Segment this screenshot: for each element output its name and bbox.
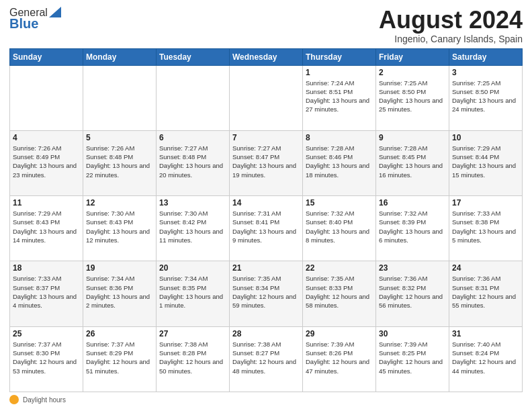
day-number: 31 — [452, 329, 519, 338]
day-number: 17 — [452, 198, 519, 208]
col-monday: Monday — [83, 48, 157, 65]
day-info: Sunrise: 7:37 AM Sunset: 8:29 PM Dayligh… — [86, 340, 153, 375]
day-info: Sunrise: 7:38 AM Sunset: 8:28 PM Dayligh… — [159, 340, 226, 375]
calendar-cell: 1Sunrise: 7:24 AM Sunset: 8:51 PM Daylig… — [303, 65, 376, 130]
calendar-body: 1Sunrise: 7:24 AM Sunset: 8:51 PM Daylig… — [10, 65, 523, 392]
day-number: 8 — [306, 133, 373, 142]
col-sunday: Sunday — [10, 48, 83, 65]
col-wednesday: Wednesday — [230, 48, 303, 65]
calendar-cell: 29Sunrise: 7:39 AM Sunset: 8:26 PM Dayli… — [303, 326, 376, 392]
calendar-cell: 25Sunrise: 7:37 AM Sunset: 8:30 PM Dayli… — [10, 326, 83, 392]
day-info: Sunrise: 7:33 AM Sunset: 8:37 PM Dayligh… — [13, 274, 80, 310]
day-number: 14 — [232, 198, 300, 208]
calendar-week-1: 1Sunrise: 7:24 AM Sunset: 8:51 PM Daylig… — [10, 65, 523, 130]
day-info: Sunrise: 7:39 AM Sunset: 8:26 PM Dayligh… — [306, 340, 373, 375]
day-number: 9 — [379, 133, 446, 142]
calendar-cell: 18Sunrise: 7:33 AM Sunset: 8:37 PM Dayli… — [10, 261, 83, 326]
calendar-week-3: 11Sunrise: 7:29 AM Sunset: 8:43 PM Dayli… — [10, 196, 523, 261]
day-number: 13 — [159, 198, 226, 208]
day-info: Sunrise: 7:34 AM Sunset: 8:36 PM Dayligh… — [86, 274, 153, 310]
calendar-cell: 7Sunrise: 7:27 AM Sunset: 8:47 PM Daylig… — [230, 130, 303, 195]
footer-label: Daylight hours — [23, 396, 66, 404]
calendar-week-5: 25Sunrise: 7:37 AM Sunset: 8:30 PM Dayli… — [10, 326, 523, 392]
calendar-cell: 27Sunrise: 7:38 AM Sunset: 8:28 PM Dayli… — [157, 326, 230, 392]
month-title: August 2024 — [379, 7, 523, 34]
calendar-cell: 19Sunrise: 7:34 AM Sunset: 8:36 PM Dayli… — [83, 261, 157, 326]
day-info: Sunrise: 7:24 AM Sunset: 8:51 PM Dayligh… — [306, 79, 373, 114]
sun-icon — [9, 395, 19, 404]
day-number: 29 — [306, 329, 373, 338]
day-info: Sunrise: 7:37 AM Sunset: 8:30 PM Dayligh… — [13, 340, 80, 375]
logo: General Blue — [9, 7, 61, 32]
svg-marker-0 — [49, 7, 61, 17]
day-info: Sunrise: 7:26 AM Sunset: 8:48 PM Dayligh… — [86, 144, 153, 179]
calendar-cell: 22Sunrise: 7:35 AM Sunset: 8:33 PM Dayli… — [303, 261, 376, 326]
calendar-cell: 10Sunrise: 7:29 AM Sunset: 8:44 PM Dayli… — [449, 130, 523, 195]
day-info: Sunrise: 7:38 AM Sunset: 8:27 PM Dayligh… — [232, 340, 300, 375]
calendar-week-4: 18Sunrise: 7:33 AM Sunset: 8:37 PM Dayli… — [10, 261, 523, 326]
calendar-cell: 2Sunrise: 7:25 AM Sunset: 8:50 PM Daylig… — [376, 65, 449, 130]
day-number: 3 — [452, 68, 519, 77]
day-number: 28 — [232, 329, 300, 338]
calendar-cell: 21Sunrise: 7:35 AM Sunset: 8:34 PM Dayli… — [230, 261, 303, 326]
calendar-cell: 14Sunrise: 7:31 AM Sunset: 8:41 PM Dayli… — [230, 196, 303, 261]
header-row: Sunday Monday Tuesday Wednesday Thursday… — [10, 48, 523, 65]
header: General Blue August 2024 Ingenio, Canary… — [9, 7, 523, 44]
logo-blue-text: Blue — [9, 16, 38, 32]
day-number: 2 — [379, 68, 446, 77]
day-info: Sunrise: 7:35 AM Sunset: 8:34 PM Dayligh… — [232, 274, 300, 310]
day-info: Sunrise: 7:27 AM Sunset: 8:47 PM Dayligh… — [232, 144, 300, 179]
day-number: 27 — [159, 329, 226, 338]
day-number: 15 — [306, 198, 373, 208]
calendar-cell: 26Sunrise: 7:37 AM Sunset: 8:29 PM Dayli… — [83, 326, 157, 392]
day-number: 12 — [86, 198, 153, 208]
col-saturday: Saturday — [449, 48, 523, 65]
day-info: Sunrise: 7:40 AM Sunset: 8:24 PM Dayligh… — [452, 340, 519, 375]
day-info: Sunrise: 7:39 AM Sunset: 8:25 PM Dayligh… — [379, 340, 446, 375]
calendar-week-2: 4Sunrise: 7:26 AM Sunset: 8:49 PM Daylig… — [10, 130, 523, 195]
day-number: 10 — [452, 133, 519, 142]
day-info: Sunrise: 7:36 AM Sunset: 8:31 PM Dayligh… — [452, 274, 519, 310]
calendar-cell: 9Sunrise: 7:28 AM Sunset: 8:45 PM Daylig… — [376, 130, 449, 195]
day-info: Sunrise: 7:25 AM Sunset: 8:50 PM Dayligh… — [452, 79, 519, 114]
day-number: 25 — [13, 329, 80, 338]
day-info: Sunrise: 7:30 AM Sunset: 8:42 PM Dayligh… — [159, 209, 226, 244]
col-friday: Friday — [376, 48, 449, 65]
day-number: 6 — [159, 133, 226, 142]
calendar-header: Sunday Monday Tuesday Wednesday Thursday… — [10, 48, 523, 65]
calendar-cell: 8Sunrise: 7:28 AM Sunset: 8:46 PM Daylig… — [303, 130, 376, 195]
day-number: 7 — [232, 133, 300, 142]
day-number: 1 — [306, 68, 373, 77]
day-info: Sunrise: 7:25 AM Sunset: 8:50 PM Dayligh… — [379, 79, 446, 114]
day-info: Sunrise: 7:29 AM Sunset: 8:43 PM Dayligh… — [13, 209, 80, 244]
calendar-cell — [10, 65, 83, 130]
day-number: 18 — [13, 263, 80, 273]
day-info: Sunrise: 7:28 AM Sunset: 8:46 PM Dayligh… — [306, 144, 373, 179]
calendar-cell: 28Sunrise: 7:38 AM Sunset: 8:27 PM Dayli… — [230, 326, 303, 392]
calendar-cell: 13Sunrise: 7:30 AM Sunset: 8:42 PM Dayli… — [157, 196, 230, 261]
calendar-cell: 4Sunrise: 7:26 AM Sunset: 8:49 PM Daylig… — [10, 130, 83, 195]
calendar-cell: 17Sunrise: 7:33 AM Sunset: 8:38 PM Dayli… — [449, 196, 523, 261]
calendar-cell: 12Sunrise: 7:30 AM Sunset: 8:43 PM Dayli… — [83, 196, 157, 261]
calendar-table: Sunday Monday Tuesday Wednesday Thursday… — [9, 48, 523, 392]
day-number: 24 — [452, 263, 519, 273]
calendar-cell: 20Sunrise: 7:34 AM Sunset: 8:35 PM Dayli… — [157, 261, 230, 326]
day-info: Sunrise: 7:27 AM Sunset: 8:48 PM Dayligh… — [159, 144, 226, 179]
calendar-cell: 5Sunrise: 7:26 AM Sunset: 8:48 PM Daylig… — [83, 130, 157, 195]
title-section: August 2024 Ingenio, Canary Islands, Spa… — [379, 7, 523, 44]
day-info: Sunrise: 7:30 AM Sunset: 8:43 PM Dayligh… — [86, 209, 153, 244]
day-info: Sunrise: 7:31 AM Sunset: 8:41 PM Dayligh… — [232, 209, 300, 244]
calendar-cell: 3Sunrise: 7:25 AM Sunset: 8:50 PM Daylig… — [449, 65, 523, 130]
day-number: 21 — [232, 263, 300, 273]
day-info: Sunrise: 7:32 AM Sunset: 8:40 PM Dayligh… — [306, 209, 373, 244]
footer: Daylight hours — [9, 395, 523, 404]
calendar-cell: 31Sunrise: 7:40 AM Sunset: 8:24 PM Dayli… — [449, 326, 523, 392]
calendar-cell — [230, 65, 303, 130]
day-number: 23 — [379, 263, 446, 273]
calendar-cell: 16Sunrise: 7:32 AM Sunset: 8:39 PM Dayli… — [376, 196, 449, 261]
day-number: 4 — [13, 133, 80, 142]
day-info: Sunrise: 7:34 AM Sunset: 8:35 PM Dayligh… — [159, 274, 226, 310]
day-info: Sunrise: 7:28 AM Sunset: 8:45 PM Dayligh… — [379, 144, 446, 179]
location-subtitle: Ingenio, Canary Islands, Spain — [379, 34, 523, 44]
page: General Blue August 2024 Ingenio, Canary… — [0, 0, 532, 411]
